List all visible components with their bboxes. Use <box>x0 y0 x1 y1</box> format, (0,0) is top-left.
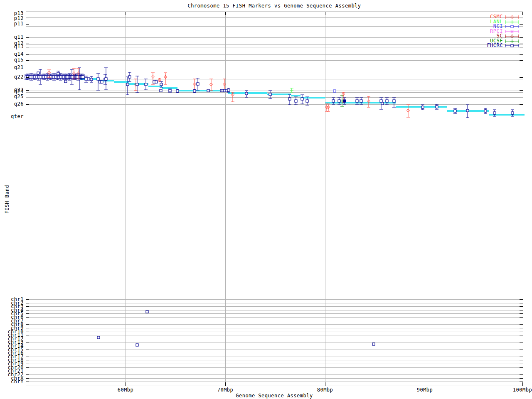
y-axis-title: FISH Band <box>5 181 10 218</box>
marker-square <box>101 81 103 83</box>
marker-square <box>306 100 308 102</box>
band-label-q21: q21 <box>0 65 24 70</box>
marker-square <box>269 93 271 96</box>
marker-square <box>97 336 100 339</box>
marker-square <box>493 112 496 114</box>
marker-square <box>145 83 147 86</box>
marker-square <box>372 343 375 345</box>
marker-square <box>207 89 209 92</box>
marker-square <box>193 90 196 92</box>
marker-square <box>90 78 93 81</box>
marker-square <box>511 44 513 47</box>
marker-square <box>386 100 388 102</box>
band-label-q25: q25 <box>0 94 24 99</box>
marker-square <box>97 78 99 80</box>
marker-square <box>454 110 456 112</box>
band-label-q11: q11 <box>0 34 24 40</box>
marker-square <box>37 72 39 74</box>
marker-square <box>197 83 199 85</box>
xtick-label-80Mbp: 80Mbp <box>304 387 346 393</box>
marker-square <box>338 100 340 102</box>
marker-square <box>160 89 162 92</box>
marker-square <box>64 80 67 83</box>
xtick-label-100Mbp: 100Mbp <box>502 387 532 393</box>
chromosome15-fish-plot: Chromosome 15 FISH Markers vs Genome Seq… <box>0 0 532 399</box>
marker-square <box>393 100 395 102</box>
band-label-q14: q14 <box>0 52 24 57</box>
band-label-q15: q15 <box>0 57 24 63</box>
x-axis-title: Genome Sequence Assembly <box>26 393 523 399</box>
marker-square <box>227 89 230 91</box>
xtick-label-90Mbp: 90Mbp <box>404 387 446 393</box>
band-label-q22: q22 <box>0 74 24 80</box>
marker-square <box>511 112 514 114</box>
marker-square <box>356 100 358 102</box>
band-label-p11: p11 <box>0 21 24 27</box>
marker-square <box>87 78 90 80</box>
band-label-q26: q26 <box>0 101 24 107</box>
marker-square <box>126 83 129 86</box>
xtick-label-70Mbp: 70Mbp <box>204 387 246 393</box>
marker-square <box>57 72 59 75</box>
chart-canvas <box>0 0 532 399</box>
chr-label-chrY: chrY <box>0 379 24 384</box>
marker-square <box>511 25 513 28</box>
marker-square <box>380 100 382 102</box>
marker-square <box>155 81 158 83</box>
band-label-qter: qter <box>0 114 24 119</box>
marker-square <box>136 83 138 86</box>
marker-square <box>332 100 335 102</box>
marker-square <box>381 102 384 105</box>
marker-square <box>105 78 107 80</box>
marker-square <box>360 100 362 102</box>
marker-square <box>484 110 487 112</box>
marker-square <box>436 106 438 108</box>
band-label-q13: q13 <box>0 44 24 49</box>
marker-square <box>343 100 346 102</box>
marker-square <box>176 90 179 92</box>
marker-square <box>82 76 84 78</box>
marker-square <box>160 83 163 86</box>
legend-label-FHCRC: FHCRC <box>466 43 503 48</box>
marker-square <box>288 98 291 100</box>
marker-square <box>295 100 297 102</box>
marker-square <box>333 90 336 92</box>
chart-title: Chromosome 15 FISH Markers vs Genome Seq… <box>26 3 523 9</box>
marker-square <box>466 109 469 112</box>
marker-square <box>245 92 248 95</box>
marker-square <box>136 344 138 346</box>
marker-square <box>421 106 424 108</box>
marker-square <box>169 89 171 92</box>
marker-square <box>85 78 87 80</box>
xtick-label-60Mbp: 60Mbp <box>105 387 146 393</box>
marker-square <box>146 310 148 313</box>
marker-square <box>301 98 303 100</box>
